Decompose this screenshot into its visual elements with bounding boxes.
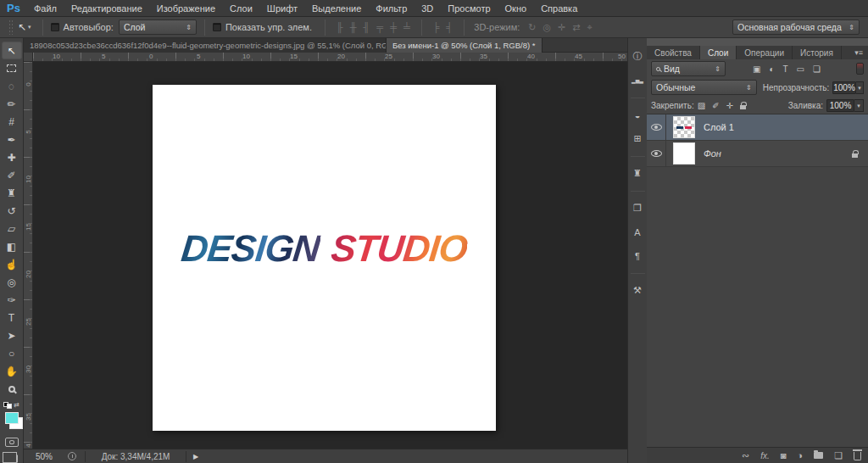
layer-style-icon[interactable]: fx. xyxy=(760,451,770,460)
status-arrow-icon[interactable]: ▶ xyxy=(193,453,198,460)
menu-layers[interactable]: Слои xyxy=(230,3,253,14)
align-top-icon[interactable]: ╤ xyxy=(376,22,383,32)
align-center-icon[interactable]: ╫ xyxy=(350,22,357,32)
filter-shape-layers-icon[interactable]: ▭ xyxy=(797,64,804,74)
menu-edit[interactable]: Редактирование xyxy=(71,3,142,14)
zoom-tool[interactable] xyxy=(2,380,22,398)
filter-type-layers-icon[interactable]: T xyxy=(783,64,788,74)
path-selection-tool[interactable]: ➤ xyxy=(2,326,22,344)
layer-name[interactable]: Фон xyxy=(704,148,721,159)
align-right-icon[interactable]: ╢ xyxy=(364,22,370,32)
clone-source-panel-icon[interactable]: ♜ xyxy=(630,165,646,181)
history-brush-tool[interactable]: ↺ xyxy=(2,202,22,220)
menu-view[interactable]: Просмотр xyxy=(448,3,490,14)
distribute-vertical-icon[interactable]: ╡ xyxy=(447,22,453,32)
eraser-tool[interactable]: ▱ xyxy=(2,220,22,237)
menu-select[interactable]: Выделение xyxy=(312,3,361,14)
tool-preset-caret-icon[interactable]: ▾ xyxy=(28,24,31,31)
align-left-icon[interactable]: ╟ xyxy=(337,22,343,32)
move-tool[interactable]: ↖ xyxy=(2,42,22,59)
ellipse-shape-tool[interactable]: ○ xyxy=(2,344,22,362)
3d-orbit-icon[interactable]: ↻ xyxy=(528,22,536,33)
document-tab-active[interactable]: Без имени-1 @ 50% (Слой 1, RGB/8) * × xyxy=(387,38,542,53)
lock-position-icon[interactable]: ✛ xyxy=(726,101,733,110)
quick-selection-tool[interactable]: ✏ xyxy=(2,95,22,113)
tab-layers[interactable]: Слои xyxy=(700,46,737,59)
fill-caret-icon[interactable]: ▾ xyxy=(854,99,864,112)
add-layer-mask-icon[interactable]: ◙ xyxy=(781,450,787,460)
document-tab-inactive[interactable]: 18908c053d23cbe36ccd636f12f0d4e9--fluid-… xyxy=(24,38,387,53)
color-panel-icon[interactable]: ◒ xyxy=(630,107,646,123)
vertical-ruler[interactable]: 0 5 10 15 20 25 30 35 4 xyxy=(24,62,33,449)
swatches-panel-icon[interactable]: ⊞ xyxy=(630,131,646,147)
paragraph-styles-panel-icon[interactable]: ¶ xyxy=(630,248,646,264)
smudge-tool[interactable]: ☝ xyxy=(2,255,22,273)
screen-mode-button[interactable] xyxy=(5,455,18,463)
delete-layer-icon[interactable] xyxy=(854,450,861,460)
layer-row-layer1[interactable]: Слой 1 xyxy=(647,114,868,141)
new-adjustment-layer-icon[interactable]: ◑ xyxy=(797,450,803,460)
brush-tool[interactable]: ✐ xyxy=(2,166,22,184)
filter-pixel-layers-icon[interactable]: ▣ xyxy=(753,64,760,74)
document-size-info[interactable]: Док: 3,34M/4,21M xyxy=(85,451,186,462)
menu-3d[interactable]: 3D xyxy=(421,3,433,14)
dodge-tool[interactable]: ◎ xyxy=(2,273,22,291)
pen-tool[interactable]: ✑ xyxy=(2,291,22,309)
default-swap-colors[interactable]: ⇄ xyxy=(3,399,19,410)
close-tab-icon[interactable]: × xyxy=(541,41,542,50)
layer-thumbnail[interactable] xyxy=(673,116,695,138)
character-styles-panel-icon[interactable]: A xyxy=(630,224,646,240)
lock-image-pixels-icon[interactable]: ✐ xyxy=(712,101,719,110)
align-bottom-icon[interactable]: ╧ xyxy=(403,22,410,32)
new-layer-icon[interactable]: ❏ xyxy=(834,450,843,461)
menu-image[interactable]: Изображение xyxy=(157,3,215,14)
hand-tool[interactable]: ✋ xyxy=(2,362,22,380)
distribute-horizontal-icon[interactable]: ╞ xyxy=(433,22,440,32)
autoselect-target-select[interactable]: Слой ⇕ xyxy=(119,20,197,35)
menu-window[interactable]: Окно xyxy=(505,3,527,14)
layer-comps-panel-icon[interactable]: ❐ xyxy=(630,200,646,216)
lasso-tool[interactable]: ◌ xyxy=(2,77,22,95)
tools-presets-panel-icon[interactable]: ⚒ xyxy=(630,282,646,298)
autoselect-checkbox[interactable] xyxy=(51,23,59,31)
menu-type[interactable]: Шрифт xyxy=(267,3,298,14)
layer-thumbnail[interactable] xyxy=(673,142,695,165)
quick-mask-button[interactable] xyxy=(5,438,19,447)
foreground-color-swatch[interactable] xyxy=(5,412,19,424)
opacity-caret-icon[interactable]: ▾ xyxy=(856,81,864,94)
fill-value[interactable]: 100% xyxy=(826,99,854,112)
tab-history[interactable]: История xyxy=(793,46,842,59)
lock-all-icon[interactable] xyxy=(740,105,746,109)
tab-actions[interactable]: Операции xyxy=(737,46,793,59)
new-group-icon[interactable] xyxy=(814,452,823,459)
show-transform-controls-checkbox[interactable] xyxy=(213,23,221,31)
eyedropper-tool[interactable]: ✒ xyxy=(2,131,22,148)
layer-name[interactable]: Слой 1 xyxy=(704,122,734,132)
layer-row-background[interactable]: Фон xyxy=(647,141,868,167)
layer-filter-select[interactable]: Вид ⇕ xyxy=(651,61,726,76)
histogram-panel-icon[interactable]: ▂▅▃ xyxy=(630,72,646,88)
ruler-origin-corner[interactable] xyxy=(24,53,33,62)
visibility-cell[interactable] xyxy=(647,114,666,140)
panel-menu-icon[interactable]: ▾≡ xyxy=(849,46,868,59)
rectangular-marquee-tool[interactable] xyxy=(2,59,22,77)
menu-file[interactable]: Файл xyxy=(34,3,57,14)
clone-stamp-tool[interactable]: ♜ xyxy=(2,184,22,202)
visibility-cell[interactable] xyxy=(647,141,666,166)
horizontal-ruler[interactable]: 10 5 0 5 10 15 20 25 30 35 40 45 50 xyxy=(33,53,627,62)
3d-roll-icon[interactable]: ◎ xyxy=(543,22,552,33)
link-layers-icon[interactable]: ∾ xyxy=(742,450,749,461)
filter-toggle-switch[interactable] xyxy=(856,63,864,75)
gradient-tool[interactable]: ◧ xyxy=(2,237,22,255)
3d-camera-icon[interactable]: ⌖ xyxy=(587,22,593,33)
blend-mode-select[interactable]: Обычные ⇕ xyxy=(651,80,757,95)
pasteboard[interactable]: DESIGNSTUDIO xyxy=(33,62,627,449)
3d-pan-icon[interactable]: ✛ xyxy=(558,22,565,33)
crop-tool[interactable]: # xyxy=(2,113,22,131)
tab-properties[interactable]: Свойства xyxy=(647,46,700,59)
lock-transparent-pixels-icon[interactable]: ▨ xyxy=(698,101,705,110)
filter-smart-objects-icon[interactable]: ❏ xyxy=(813,64,821,74)
canvas[interactable]: DESIGNSTUDIO xyxy=(153,85,496,431)
opacity-value[interactable]: 100% xyxy=(832,81,856,94)
workspace-select[interactable]: Основная рабочая среда ⇕ xyxy=(732,20,860,35)
